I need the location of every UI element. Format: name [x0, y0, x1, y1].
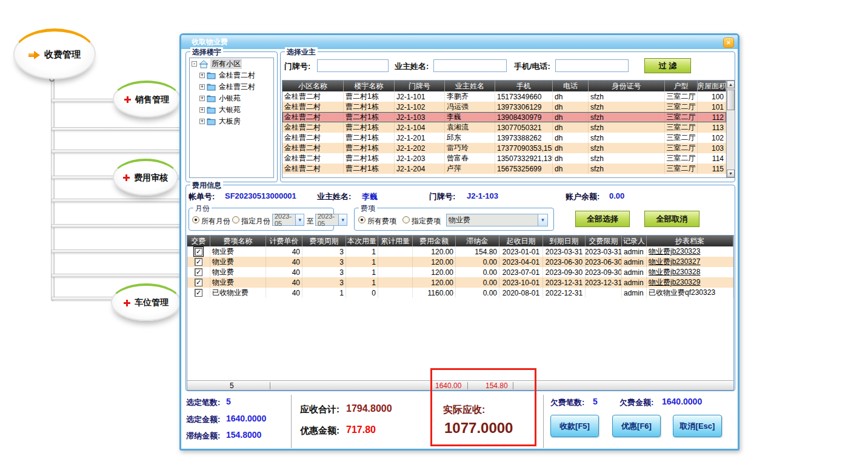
tree-item[interactable]: +大银苑 [190, 104, 273, 116]
column-header[interactable]: 抄表档案 [647, 236, 733, 246]
column-header[interactable]: 到期日期 [543, 236, 586, 246]
collect-button[interactable]: 收款[F5] [550, 415, 599, 437]
pay-checkbox[interactable]: ✓ [195, 289, 202, 297]
table-cell: 曾富春 [445, 153, 495, 163]
owner-row[interactable]: 金桂曹二村曹二村1栋J2-1-203曾富春13507332921,139dhsf… [282, 153, 726, 163]
close-icon[interactable]: × [723, 38, 734, 48]
tree-expand-icon[interactable]: + [199, 107, 205, 113]
tree-item-label[interactable]: 金桂曹三村 [218, 82, 256, 92]
meter-archive-cell[interactable]: 物业费jb230329 [647, 277, 733, 288]
meter-archive-cell[interactable]: 物业费jb230328 [647, 267, 733, 277]
chevron-down-icon[interactable]: ▼ [338, 214, 347, 225]
column-header[interactable]: 费用金额 [413, 236, 456, 246]
fee-row[interactable]: ✓物业费4031120.000.002023-04-012023-06-3020… [187, 257, 733, 267]
meter-archive-cell[interactable]: 物业费jb230323 [647, 246, 733, 257]
column-header[interactable]: 记录人 [622, 236, 647, 246]
tree-expand-icon[interactable]: + [199, 119, 205, 124]
column-header[interactable]: 累计用量 [378, 236, 413, 246]
chevron-down-icon[interactable]: ▼ [538, 214, 547, 226]
tree-item-root[interactable]: - 所有小区 [190, 58, 273, 70]
owner-table-scrollbar[interactable]: ▲ ▼ [726, 81, 735, 177]
tree-expand-icon[interactable]: + [199, 84, 205, 90]
tree-item-label[interactable]: 金桂曹二村 [218, 70, 256, 81]
select-all-button[interactable]: 全部选择 [575, 211, 630, 227]
specified-month-radio[interactable] [232, 216, 239, 223]
meter-archive-cell[interactable]: 物业费jb230327 [647, 257, 733, 267]
tree-item[interactable]: +小银苑 [190, 93, 273, 104]
column-header[interactable]: 交费限期 [586, 236, 622, 246]
column-header[interactable]: 电话 [553, 81, 589, 91]
column-header[interactable]: 本次用量 [346, 236, 378, 246]
chevron-down-icon[interactable]: ▼ [295, 214, 304, 225]
nav-bubble-fee-management[interactable]: 收费管理 [13, 28, 96, 79]
table-cell: 2023-01-01 [499, 246, 543, 257]
specified-month-label[interactable]: 指定月份 [241, 216, 270, 226]
phone-input[interactable] [555, 59, 629, 72]
tree-item[interactable]: +大板房 [190, 116, 273, 127]
owner-name-input[interactable] [433, 59, 507, 72]
pay-checkbox[interactable]: ✓ [195, 248, 202, 256]
column-header[interactable]: 身份证号 [589, 81, 665, 91]
owner-row[interactable]: 金桂曹二村曹二村1栋J2-1-104袁湘流13077050321dhsfzh三室… [282, 122, 726, 133]
tree-expand-icon[interactable]: + [199, 73, 205, 78]
filter-button[interactable]: 过 滤 [644, 58, 691, 73]
tree-item-label[interactable]: 大板房 [218, 116, 242, 127]
month-to-select[interactable]: 2023-05 ▼ [315, 214, 347, 226]
fee-item-select[interactable]: 物业费 ▼ [446, 214, 548, 226]
nav-bubble-fee-audit[interactable]: 费用审核 [113, 159, 178, 196]
all-months-radio[interactable] [192, 216, 199, 223]
month-from-value: 2023-05 [275, 213, 295, 227]
column-header[interactable]: 交费 [187, 236, 210, 246]
owner-row[interactable]: 金桂曹二村曹二村1栋J2-1-201邱东13973388262dhsfzh三室二… [282, 133, 726, 143]
column-header[interactable]: 费项周期 [302, 236, 346, 246]
owner-row[interactable]: 金桂曹二村曹二村1栋J2-1-101李鹏齐15173349660dhsfzh三室… [282, 91, 726, 102]
pay-checkbox[interactable]: ✓ [195, 258, 202, 266]
column-header[interactable]: 户型 [665, 81, 698, 91]
column-header[interactable]: 手机 [495, 81, 553, 91]
specified-item-label[interactable]: 指定费项 [412, 216, 441, 226]
cancel-all-button[interactable]: 全部取消 [644, 211, 699, 227]
all-items-radio[interactable] [358, 216, 366, 223]
fee-row[interactable]: ✓物业费4031120.000.002023-07-012023-09-3020… [187, 267, 733, 277]
nav-bubble-sales-management[interactable]: 销售管理 [113, 81, 181, 117]
tree-collapse-icon[interactable]: - [192, 61, 197, 67]
all-months-label[interactable]: 所有月份 [201, 216, 230, 226]
tree-expand-icon[interactable]: + [199, 96, 205, 101]
cancel-button[interactable]: 取消[Esc] [673, 415, 722, 437]
column-header[interactable]: 门牌号 [395, 81, 445, 91]
door-no-input[interactable] [317, 59, 389, 72]
owner-row[interactable]: 金桂曹二村曹二村1栋J2-1-202雷巧玲17377090353,158dhsf… [282, 143, 726, 153]
tree-item-label[interactable]: 大银苑 [218, 105, 242, 115]
nav-bubble-parking-management[interactable]: 车位管理 [111, 283, 181, 321]
fee-row[interactable]: ✓物业费4031120.00154.802023-01-012023-03-31… [187, 246, 733, 257]
column-header[interactable]: 房屋面积 [698, 81, 726, 91]
specified-item-radio[interactable] [402, 216, 410, 223]
tree-item[interactable]: +金桂曹三村 [190, 81, 273, 93]
scrollbar-thumb[interactable] [727, 90, 735, 110]
tree-item[interactable]: +金桂曹二村 [190, 70, 273, 81]
owner-row[interactable]: 金桂曹二村曹二村1栋J2-1-102冯运强13973306129dhsfzh三室… [282, 102, 726, 112]
table-cell: sfzh [589, 133, 665, 143]
fee-row[interactable]: ✓物业费4031120.000.002023-10-012023-12-3120… [187, 277, 733, 288]
owner-row[interactable]: 金桂曹二村曹二村1栋J2-1-204卢萍15675325699dhsfzh三室二… [282, 163, 726, 174]
dialog-titlebar[interactable]: 收取物业费 [181, 35, 738, 49]
pay-checkbox[interactable]: ✓ [195, 279, 202, 286]
scroll-down-icon[interactable]: ▼ [727, 170, 735, 177]
pay-checkbox[interactable]: ✓ [195, 268, 202, 276]
column-header[interactable]: 计费单价 [266, 236, 302, 246]
owner-row[interactable]: 金桂曹二村曹二村1栋J2-1-103李巍13908430979dhsfzh三室二… [282, 112, 726, 122]
column-header[interactable]: 业主姓名 [445, 81, 495, 91]
discount-button[interactable]: 优惠[F6] [612, 415, 661, 437]
tree-item-label[interactable]: 小银苑 [218, 93, 242, 104]
all-items-label[interactable]: 所有费项 [367, 216, 396, 226]
column-header[interactable]: 费项名称 [210, 236, 266, 246]
tree-item-label[interactable]: 所有小区 [210, 59, 242, 69]
column-header[interactable]: 起收日期 [499, 236, 543, 246]
month-from-select[interactable]: 2023-05 ▼ [272, 214, 304, 226]
column-header[interactable]: 滞纳金 [456, 236, 499, 246]
fee-row[interactable]: ✓已收物业费40101160.000.002020-08-012022-12-3… [187, 288, 733, 298]
scroll-up-icon[interactable]: ▲ [727, 81, 735, 88]
column-header[interactable]: 楼宇名称 [344, 81, 395, 91]
table-cell: sfzh [589, 153, 665, 163]
column-header[interactable]: 小区名称 [282, 81, 344, 91]
